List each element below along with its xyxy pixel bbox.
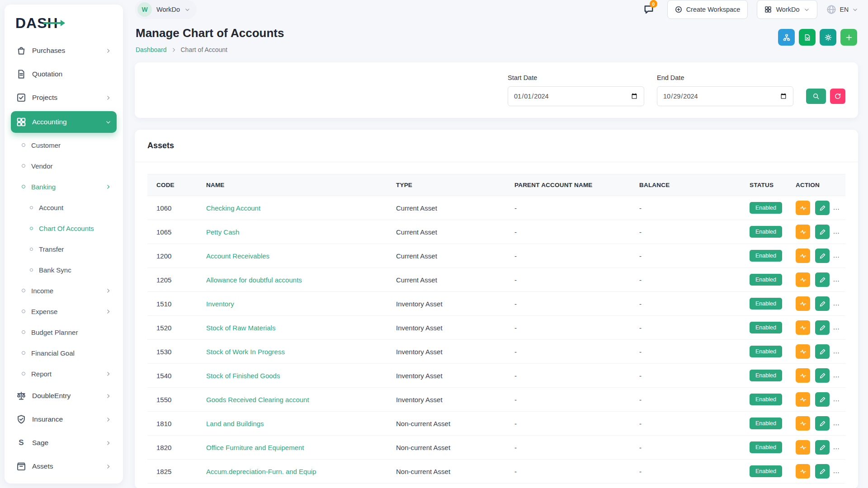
sidebar-item-financial-goal[interactable]: Financial Goal [11, 343, 117, 363]
sidebar-item-projects[interactable]: Projects [11, 86, 117, 109]
create-workspace-button[interactable]: Create Workspace [667, 0, 748, 19]
status-badge[interactable]: Enabled [750, 441, 782, 453]
edit-button[interactable] [815, 464, 830, 479]
status-badge[interactable]: Enabled [750, 322, 782, 333]
sidebar-item-purchases[interactable]: Purchases [11, 39, 117, 62]
sidebar-item-banking[interactable]: Banking [11, 176, 117, 197]
sidebar-item-transfer[interactable]: Transfer [11, 239, 117, 259]
sidebar-item-report[interactable]: Report [11, 363, 117, 384]
start-date-input[interactable] [508, 86, 644, 106]
settings-button[interactable] [820, 29, 836, 46]
bullet-icon [22, 289, 25, 292]
breadcrumb-dashboard-link[interactable]: Dashboard [136, 46, 167, 53]
journal-button[interactable] [796, 344, 810, 359]
account-link[interactable]: Accum.depreciation-Furn. and Equip [206, 468, 316, 475]
cell-balance: - [635, 244, 745, 268]
account-link[interactable]: Checking Account [206, 204, 260, 212]
status-badge[interactable]: Enabled [750, 274, 782, 286]
edit-button[interactable] [815, 296, 830, 311]
pulse-icon [800, 324, 807, 331]
journal-button[interactable] [796, 320, 810, 335]
account-link[interactable]: Stock of Work In Progress [206, 348, 285, 356]
main-area: W WorkDo 0 Create Workspace WorkDo [123, 0, 868, 488]
filter-search-button[interactable] [806, 89, 826, 104]
filter-reset-button[interactable] [830, 89, 845, 104]
cell-balance: - [635, 460, 745, 483]
bullet-icon [22, 330, 25, 334]
cell-type: Inventory Asset [392, 388, 510, 412]
sidebar-item-bank-sync[interactable]: Bank Sync [11, 259, 117, 280]
status-badge[interactable]: Enabled [750, 370, 782, 381]
spreadsheet-button[interactable] [799, 29, 816, 46]
bullet-icon [30, 268, 33, 272]
account-link[interactable]: Land and Buildings [206, 420, 264, 427]
trash-icon [839, 277, 845, 283]
sidebar-item-quotation[interactable]: Quotation [11, 62, 117, 86]
edit-button[interactable] [815, 225, 830, 239]
account-link[interactable]: Petty Cash [206, 228, 239, 236]
language-select[interactable]: EN [826, 5, 858, 14]
journal-button[interactable] [796, 392, 810, 407]
edit-button[interactable] [815, 320, 830, 335]
journal-button[interactable] [796, 249, 810, 263]
sidebar-item-accounting[interactable]: Accounting [11, 111, 117, 133]
edit-button[interactable] [815, 440, 830, 455]
account-link[interactable]: Inventory [206, 300, 234, 308]
edit-button[interactable] [815, 272, 830, 287]
edit-button[interactable] [815, 368, 830, 383]
journal-button[interactable] [796, 201, 810, 215]
status-badge[interactable]: Enabled [750, 418, 782, 429]
sidebar-item-chart-of-accounts[interactable]: Chart Of Accounts [11, 218, 117, 239]
status-badge[interactable]: Enabled [750, 250, 782, 262]
sitemap-view-button[interactable] [778, 29, 795, 46]
workspace-select[interactable]: W WorkDo [135, 0, 197, 19]
workdo-menu-button[interactable]: WorkDo [757, 0, 817, 19]
sidebar-item-income[interactable]: Income [11, 280, 117, 301]
sidebar-item-doubleentry[interactable]: DoubleEntry [11, 384, 117, 408]
cell-parent: - [510, 412, 635, 436]
account-link[interactable]: Stock of Raw Materials [206, 324, 275, 332]
cell-parent: - [510, 460, 635, 483]
sidebar-item-insurance[interactable]: Insurance [11, 408, 117, 431]
status-badge[interactable]: Enabled [750, 346, 782, 357]
bullet-icon [22, 351, 25, 355]
journal-button[interactable] [796, 440, 810, 455]
journal-button[interactable] [796, 296, 810, 311]
chevron-right-icon [105, 95, 111, 101]
table-row: 1510 Inventory Inventory Asset - - Enabl… [147, 292, 845, 316]
sidebar-item-assets[interactable]: Assets [11, 455, 117, 478]
edit-button[interactable] [815, 416, 830, 431]
edit-button[interactable] [815, 344, 830, 359]
chevron-right-icon [105, 393, 111, 399]
status-badge[interactable]: Enabled [750, 298, 782, 310]
journal-button[interactable] [796, 416, 810, 431]
journal-button[interactable] [796, 368, 810, 383]
messages-button[interactable]: 0 [639, 0, 658, 19]
sidebar-item-budget-planner[interactable]: Budget Planner [11, 322, 117, 343]
edit-button[interactable] [815, 201, 830, 215]
account-link[interactable]: Goods Received Clearing account [206, 396, 309, 404]
cell-parent: - [510, 196, 635, 220]
logo[interactable]: DASH [11, 13, 117, 33]
add-account-button[interactable] [840, 29, 857, 46]
account-link[interactable]: Stock of Finished Goods [206, 372, 280, 380]
account-link[interactable]: Allowance for doubtful accounts [206, 276, 302, 284]
journal-button[interactable] [796, 464, 810, 479]
journal-button[interactable] [796, 225, 810, 239]
status-badge[interactable]: Enabled [750, 226, 782, 238]
journal-button[interactable] [796, 272, 810, 287]
sidebar-item-sage[interactable]: S Sage [11, 431, 117, 455]
sidebar-item-label: Chart Of Accounts [39, 225, 94, 232]
status-badge[interactable]: Enabled [750, 394, 782, 405]
account-link[interactable]: Account Receivables [206, 252, 269, 260]
account-link[interactable]: Office Furniture and Equipement [206, 444, 304, 451]
status-badge[interactable]: Enabled [750, 202, 782, 214]
edit-button[interactable] [815, 392, 830, 407]
sidebar-item-customer[interactable]: Customer [11, 135, 117, 155]
edit-button[interactable] [815, 249, 830, 263]
status-badge[interactable]: Enabled [750, 465, 782, 477]
end-date-input[interactable] [657, 86, 793, 106]
sidebar-item-expense[interactable]: Expense [11, 301, 117, 322]
sidebar-item-vendor[interactable]: Vendor [11, 155, 117, 176]
sidebar-item-account[interactable]: Account [11, 197, 117, 218]
